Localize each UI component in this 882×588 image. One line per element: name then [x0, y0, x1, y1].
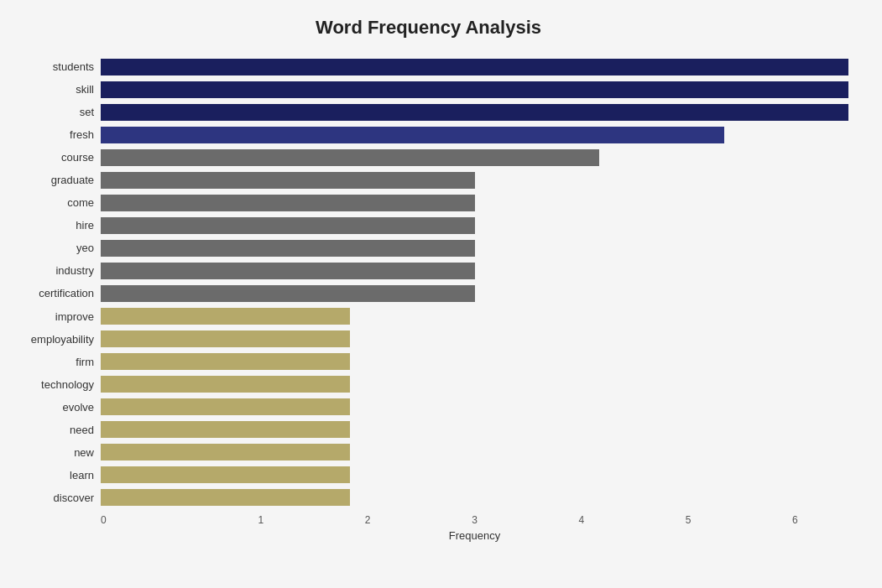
bar-label: evolve — [8, 401, 101, 414]
bar-row: come — [8, 191, 848, 214]
bar-fill — [101, 444, 350, 461]
bar-fill — [101, 308, 350, 325]
bar-fill — [101, 421, 350, 438]
chart-container: Word Frequency Analysis studentsskillset… — [0, 0, 882, 588]
bar-row: improve — [8, 305, 848, 328]
bar-row: students — [8, 55, 848, 78]
bar-track — [101, 59, 848, 75]
bar-fill — [101, 104, 848, 121]
x-tick: 5 — [634, 514, 741, 526]
bar-label: course — [8, 151, 101, 164]
bar-label: employability — [8, 333, 101, 346]
bar-fill — [101, 240, 475, 257]
bar-fill — [101, 489, 350, 506]
bar-label: improve — [8, 310, 101, 323]
bar-row: firm — [8, 351, 848, 373]
bar-track — [101, 263, 848, 279]
bar-label: yeo — [8, 242, 101, 254]
bar-track — [101, 489, 848, 506]
bar-fill — [101, 376, 350, 393]
bar-label: need — [8, 424, 101, 436]
bar-row: evolve — [8, 396, 848, 419]
bar-fill — [101, 398, 350, 415]
bar-fill — [101, 263, 475, 279]
bar-row: need — [8, 419, 848, 441]
bar-track — [101, 353, 848, 370]
bar-label: skill — [8, 83, 101, 96]
bar-track — [101, 398, 848, 415]
bar-fill — [101, 330, 350, 347]
bar-row: learn — [8, 464, 848, 487]
bar-row: hire — [8, 214, 848, 237]
bar-label: discover — [8, 492, 101, 504]
bar-fill — [101, 217, 475, 234]
bar-row: certification — [8, 282, 848, 304]
x-tick: 3 — [421, 514, 528, 526]
bar-fill — [101, 172, 475, 189]
bar-track — [101, 240, 848, 257]
bar-track — [101, 376, 848, 393]
bar-track — [101, 308, 848, 325]
bar-label: graduate — [8, 174, 101, 186]
bar-track — [101, 466, 848, 483]
bar-track — [101, 104, 848, 121]
bar-track — [101, 421, 848, 438]
x-tick: 0 — [101, 514, 207, 526]
bar-fill — [101, 195, 475, 211]
bar-row: yeo — [8, 237, 848, 259]
bar-row: graduate — [8, 169, 848, 191]
bar-row: set — [8, 101, 848, 123]
bar-label: come — [8, 196, 101, 209]
bar-label: industry — [8, 264, 101, 277]
bar-fill — [101, 149, 599, 166]
x-axis-label: Frequency — [101, 529, 848, 542]
bar-label: fresh — [8, 128, 101, 141]
bar-track — [101, 330, 848, 347]
bar-label: students — [8, 60, 101, 73]
bar-label: new — [8, 446, 101, 459]
x-tick: 6 — [742, 514, 848, 526]
bar-row: industry — [8, 259, 848, 282]
bar-label: learn — [8, 469, 101, 481]
bar-fill — [101, 285, 475, 302]
bar-row: discover — [8, 487, 848, 509]
bar-label: technology — [8, 378, 101, 391]
x-tick: 4 — [528, 514, 634, 526]
bar-row: employability — [8, 328, 848, 351]
bar-track — [101, 217, 848, 234]
bar-row: course — [8, 146, 848, 169]
bar-label: firm — [8, 356, 101, 368]
bar-fill — [101, 127, 724, 143]
bar-row: new — [8, 441, 848, 464]
bar-track — [101, 195, 848, 211]
x-tick: 2 — [315, 514, 421, 526]
chart-area: studentsskillsetfreshcoursegraduatecomeh… — [8, 55, 848, 509]
bar-track — [101, 81, 848, 98]
bar-track — [101, 285, 848, 302]
bar-label: certification — [8, 287, 101, 299]
bar-track — [101, 127, 848, 143]
x-tick: 1 — [207, 514, 314, 526]
bar-fill — [101, 466, 350, 483]
bar-track — [101, 444, 848, 461]
bar-row: technology — [8, 373, 848, 396]
bar-row: skill — [8, 78, 848, 101]
bar-label: hire — [8, 219, 101, 232]
chart-title: Word Frequency Analysis — [8, 17, 848, 39]
bar-fill — [101, 353, 350, 370]
bar-fill — [101, 59, 848, 75]
bar-fill — [101, 81, 848, 98]
bar-track — [101, 172, 848, 189]
bar-track — [101, 149, 848, 166]
bar-row: fresh — [8, 123, 848, 146]
bar-label: set — [8, 106, 101, 118]
